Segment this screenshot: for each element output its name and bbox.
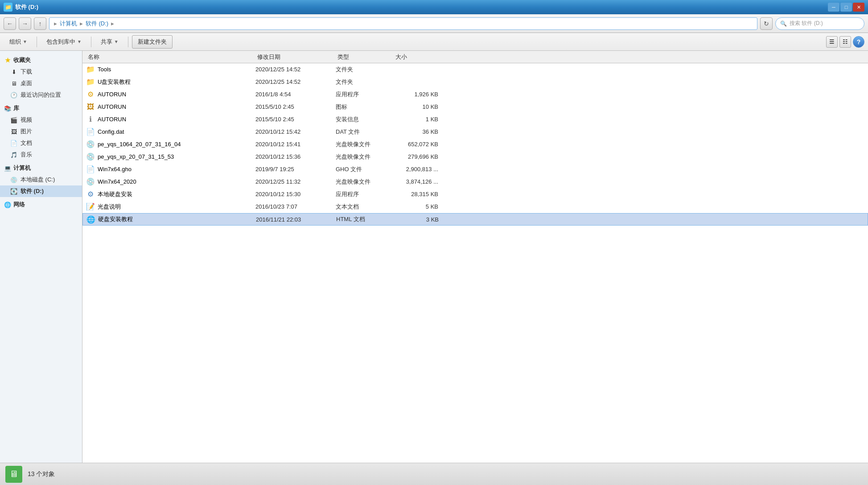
col-header-name[interactable]: 名称 xyxy=(86,51,255,63)
sidebar-section-header-libraries[interactable]: 📚 库 xyxy=(0,103,82,114)
up-button[interactable]: ↑ xyxy=(34,17,46,30)
maximize-button[interactable]: □ xyxy=(840,3,852,12)
file-icon: ⚙ xyxy=(86,190,95,199)
sidebar-item-docs[interactable]: 📄 文档 xyxy=(0,137,82,149)
close-button[interactable]: ✕ xyxy=(853,3,864,12)
downloads-label: 下载 xyxy=(21,68,32,76)
toolbar-separator-1 xyxy=(37,37,37,47)
file-date: 2020/10/12 15:42 xyxy=(255,128,336,135)
sidebar-section-header-favorites[interactable]: ★ 收藏夹 xyxy=(0,54,82,66)
sidebar-item-drive-d[interactable]: 💽 软件 (D:) xyxy=(0,185,82,197)
sidebar-item-recent[interactable]: 🕐 最近访问的位置 xyxy=(0,89,82,101)
help-button[interactable]: ? xyxy=(853,36,864,48)
file-name: AUTORUN xyxy=(98,103,255,110)
table-row[interactable]: ⚙ AUTORUN 2016/1/8 4:54 应用程序 1,926 KB xyxy=(82,88,868,101)
table-row[interactable]: 💿 pe_yqs_1064_20_07_31_16_04 2020/10/12 … xyxy=(82,138,868,151)
search-bar[interactable]: 🔍 搜索 软件 (D:) xyxy=(775,17,864,30)
music-label: 音乐 xyxy=(21,151,32,159)
sidebar-section-favorites: ★ 收藏夹 ⬇ 下载 🖥 桌面 🕐 最近访问的位置 xyxy=(0,54,82,101)
view-toggle-button[interactable]: ☰ xyxy=(826,36,838,48)
file-name: Tools xyxy=(98,66,255,73)
drive-d-icon: 💽 xyxy=(10,187,18,195)
libraries-label: 库 xyxy=(13,104,19,112)
breadcrumb-computer[interactable]: 计算机 xyxy=(60,20,77,28)
file-size: 3,874,126 ... xyxy=(394,178,447,185)
file-icon: 📄 xyxy=(86,165,95,174)
drive-c-label: 本地磁盘 (C:) xyxy=(21,176,55,184)
file-icon: 📁 xyxy=(86,65,95,74)
table-row[interactable]: 📄 Win7x64.gho 2019/9/7 19:25 GHO 文件 2,90… xyxy=(82,163,868,176)
col-header-size[interactable]: 大小 xyxy=(394,51,447,63)
sidebar-item-drive-c[interactable]: 💿 本地磁盘 (C:) xyxy=(0,174,82,185)
file-icon: 📝 xyxy=(86,202,95,211)
titlebar-title: 软件 (D:) xyxy=(15,3,38,11)
file-icon: ⚙ xyxy=(86,90,95,99)
table-row[interactable]: 🖼 AUTORUN 2015/5/10 2:45 图标 10 KB xyxy=(82,101,868,113)
table-row[interactable]: 💿 Win7x64_2020 2020/12/25 11:32 光盘映像文件 3… xyxy=(82,176,868,188)
file-size: 1 KB xyxy=(394,116,447,123)
sidebar-section-header-computer[interactable]: 💻 计算机 xyxy=(0,162,82,174)
table-row[interactable]: 📁 U盘安装教程 2020/12/25 14:52 文件夹 xyxy=(82,76,868,88)
table-row[interactable]: 💿 pe_yqs_xp_20_07_31_15_53 2020/10/12 15… xyxy=(82,151,868,163)
desktop-label: 桌面 xyxy=(21,79,32,87)
table-row[interactable]: ⚙ 本地硬盘安装 2020/10/12 15:30 应用程序 28,315 KB xyxy=(82,188,868,201)
network-icon: 🌐 xyxy=(4,201,12,209)
file-date: 2020/10/12 15:30 xyxy=(255,191,336,197)
toolbar-separator-3 xyxy=(128,37,128,47)
table-row[interactable]: 📁 Tools 2020/12/25 14:52 文件夹 xyxy=(82,63,868,76)
file-date: 2020/10/12 15:41 xyxy=(255,141,336,148)
file-list: 📁 Tools 2020/12/25 14:52 文件夹 📁 U盘安装教程 20… xyxy=(82,63,868,463)
table-row[interactable]: ℹ AUTORUN 2015/5/10 2:45 安装信息 1 KB xyxy=(82,113,868,126)
table-row[interactable]: 📝 光盘说明 2016/10/23 7:07 文本文档 5 KB xyxy=(82,201,868,213)
include-dropdown-icon: ▼ xyxy=(77,39,82,44)
docs-label: 文档 xyxy=(21,139,32,147)
file-name: pe_yqs_1064_20_07_31_16_04 xyxy=(98,141,255,148)
file-icon: 📁 xyxy=(86,78,95,86)
organize-button[interactable]: 组织 ▼ xyxy=(4,35,33,49)
drive-c-icon: 💿 xyxy=(10,176,18,184)
recent-label: 最近访问的位置 xyxy=(21,91,61,99)
sidebar-item-downloads[interactable]: ⬇ 下载 xyxy=(0,66,82,78)
breadcrumb[interactable]: ► 计算机 ► 软件 (D:) ► xyxy=(49,17,757,30)
forward-button[interactable]: → xyxy=(19,17,31,30)
file-date: 2020/12/25 14:52 xyxy=(255,66,336,73)
video-label: 视频 xyxy=(21,116,32,124)
toolbar-separator-2 xyxy=(91,37,91,47)
breadcrumb-arrow-2: ► xyxy=(79,21,84,26)
file-name: 硬盘安装教程 xyxy=(98,215,256,223)
file-list-header: 名称 修改日期 类型 大小 xyxy=(82,51,868,63)
table-row[interactable]: 🌐 硬盘安装教程 2016/11/21 22:03 HTML 文档 3 KB xyxy=(82,213,868,226)
col-header-date[interactable]: 修改日期 xyxy=(255,51,336,63)
file-date: 2020/12/25 14:52 xyxy=(255,78,336,85)
file-name: pe_yqs_xp_20_07_31_15_53 xyxy=(98,153,255,160)
file-name: U盘安装教程 xyxy=(98,78,255,86)
include-in-lib-button[interactable]: 包含到库中 ▼ xyxy=(41,35,87,49)
file-name: AUTORUN xyxy=(98,116,255,123)
sidebar-section-libraries: 📚 库 🎬 视频 🖼 图片 📄 文档 🎵 音乐 xyxy=(0,103,82,160)
breadcrumb-drive-d[interactable]: 软件 (D:) xyxy=(86,20,108,28)
refresh-button[interactable]: ↻ xyxy=(760,17,773,30)
share-button[interactable]: 共享 ▼ xyxy=(95,35,124,49)
share-dropdown-icon: ▼ xyxy=(114,39,119,44)
sidebar-section-header-network[interactable]: 🌐 网络 xyxy=(0,199,82,210)
sidebar-item-desktop[interactable]: 🖥 桌面 xyxy=(0,78,82,89)
file-type: 应用程序 xyxy=(336,190,394,198)
libraries-icon: 📚 xyxy=(4,104,12,112)
minimize-button[interactable]: ─ xyxy=(828,3,839,12)
file-size: 36 KB xyxy=(394,128,447,135)
new-folder-button[interactable]: 新建文件夹 xyxy=(132,35,173,49)
view-details-button[interactable]: ☷ xyxy=(839,36,851,48)
back-button[interactable]: ← xyxy=(4,17,16,30)
music-icon: 🎵 xyxy=(10,151,18,159)
file-name: AUTORUN xyxy=(98,91,255,98)
file-type: 光盘映像文件 xyxy=(336,178,394,186)
titlebar-controls: ─ □ ✕ xyxy=(828,3,864,12)
sidebar-item-video[interactable]: 🎬 视频 xyxy=(0,114,82,126)
table-row[interactable]: 📄 Config.dat 2020/10/12 15:42 DAT 文件 36 … xyxy=(82,126,868,138)
file-type: HTML 文档 xyxy=(336,215,394,223)
col-header-type[interactable]: 类型 xyxy=(336,51,394,63)
sidebar-section-computer: 💻 计算机 💿 本地磁盘 (C:) 💽 软件 (D:) xyxy=(0,162,82,197)
sidebar-item-music[interactable]: 🎵 音乐 xyxy=(0,149,82,160)
sidebar-item-images[interactable]: 🖼 图片 xyxy=(0,126,82,137)
breadcrumb-arrow-3: ► xyxy=(110,21,115,26)
